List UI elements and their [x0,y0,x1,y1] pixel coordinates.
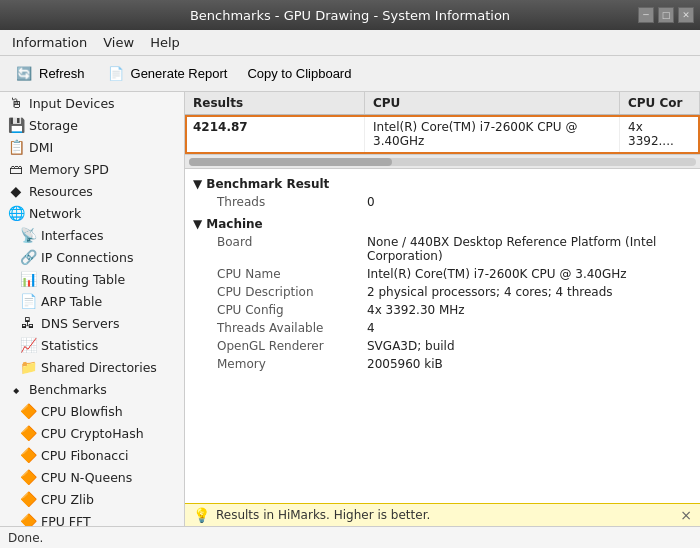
cpu-config-value: 4x 3392.30 MHz [367,303,692,317]
board-value: None / 440BX Desktop Reference Platform … [367,235,692,263]
sidebar-item-input-devices-label: Input Devices [29,96,115,111]
input-devices-icon: 🖱 [8,95,24,111]
sidebar-item-cpu-zlib[interactable]: 🔶CPU Zlib [0,488,184,510]
sidebar-item-shared-directories[interactable]: 📁Shared Directories [0,356,184,378]
sidebar-item-interfaces-label: Interfaces [41,228,103,243]
benchmarks-icon: ⬥ [8,381,24,397]
sidebar-item-dns-servers[interactable]: 🖧DNS Servers [0,312,184,334]
sidebar-item-memory-spd-label: Memory SPD [29,162,109,177]
memory-label: Memory [217,357,367,371]
refresh-button[interactable]: 🔄 Refresh [6,59,92,89]
opengl-renderer-value: SVGA3D; build [367,339,692,353]
main-layout: 🖱Input Devices💾Storage📋DMI🗃Memory SPD◆Re… [0,92,700,526]
infobar: 💡 Results in HiMarks. Higher is better. … [185,503,700,526]
sidebar-item-cpu-blowfish[interactable]: 🔶CPU Blowfish [0,400,184,422]
threads-available-value: 4 [367,321,692,335]
sidebar-item-interfaces[interactable]: 📡Interfaces [0,224,184,246]
ip-connections-icon: 🔗 [20,249,36,265]
opengl-renderer-row: OpenGL Renderer SVGA3D; build [193,337,692,355]
header-cpu-cores: CPU Cor [620,92,700,114]
cpu-name-row: CPU Name Intel(R) Core(TM) i7-2600K CPU … [193,265,692,283]
sidebar-item-ip-connections[interactable]: 🔗IP Connections [0,246,184,268]
header-cpu: CPU [365,92,620,114]
cpu-description-row: CPU Description 2 physical processors; 4… [193,283,692,301]
sidebar-item-storage[interactable]: 💾Storage [0,114,184,136]
minimize-button[interactable]: ─ [638,7,654,23]
sidebar-item-benchmarks[interactable]: ⬥Benchmarks [0,378,184,400]
interfaces-icon: 📡 [20,227,36,243]
infobar-message: Results in HiMarks. Higher is better. [216,508,430,522]
sidebar-item-statistics-label: Statistics [41,338,98,353]
generate-report-button[interactable]: 📄 Generate Report [98,59,235,89]
results-table: Results CPU CPU Cor 4214.87 Intel(R) Cor… [185,92,700,155]
scrollbar-thumb[interactable] [189,158,392,166]
memory-spd-icon: 🗃 [8,161,24,177]
details-panel: ▼ Benchmark Result Threads 0 ▼ Machine B… [185,169,700,503]
sidebar-item-resources[interactable]: ◆Resources [0,180,184,202]
sidebar-item-resources-label: Resources [29,184,93,199]
report-icon: 📄 [105,63,127,85]
cpu-fibonacci-icon: 🔶 [20,447,36,463]
threads-row: Threads 0 [193,193,692,211]
table-row[interactable]: 4214.87 Intel(R) Core(TM) i7-2600K CPU @… [185,115,700,154]
sidebar-item-cpu-cryptohash[interactable]: 🔶CPU CryptoHash [0,422,184,444]
cell-cpu-cores: 4x 3392.... [620,115,700,153]
sidebar-item-dmi[interactable]: 📋DMI [0,136,184,158]
cpu-description-value: 2 physical processors; 4 cores; 4 thread… [367,285,692,299]
titlebar: Benchmarks - GPU Drawing - System Inform… [0,0,700,30]
toolbar: 🔄 Refresh 📄 Generate Report Copy to Clip… [0,56,700,92]
infobar-close-button[interactable]: × [680,507,692,523]
close-button[interactable]: ✕ [678,7,694,23]
sidebar-item-cpu-fibonacci[interactable]: 🔶CPU Fibonacci [0,444,184,466]
board-row: Board None / 440BX Desktop Reference Pla… [193,233,692,265]
sidebar-item-routing-table[interactable]: 📊Routing Table [0,268,184,290]
refresh-icon: 🔄 [13,63,35,85]
sidebar-item-dns-servers-label: DNS Servers [41,316,119,331]
machine-section[interactable]: ▼ Machine [193,215,692,233]
sidebar-item-routing-table-label: Routing Table [41,272,125,287]
threads-available-label: Threads Available [217,321,367,335]
sidebar-item-memory-spd[interactable]: 🗃Memory SPD [0,158,184,180]
sidebar-item-cpu-zlib-label: CPU Zlib [41,492,94,507]
maximize-button[interactable]: □ [658,7,674,23]
machine-toggle-icon: ▼ [193,217,202,231]
sidebar-item-cpu-nqueens[interactable]: 🔶CPU N-Queens [0,466,184,488]
refresh-label: Refresh [39,66,85,81]
benchmark-result-toggle-icon: ▼ [193,177,202,191]
horizontal-scrollbar[interactable] [185,155,700,169]
sidebar-item-arp-table[interactable]: 📄ARP Table [0,290,184,312]
menu-information[interactable]: Information [4,33,95,52]
memory-value: 2005960 kiB [367,357,692,371]
copy-clipboard-button[interactable]: Copy to Clipboard [240,62,358,85]
sidebar-item-statistics[interactable]: 📈Statistics [0,334,184,356]
statistics-icon: 📈 [20,337,36,353]
cpu-blowfish-icon: 🔶 [20,403,36,419]
threads-label: Threads [217,195,367,209]
sidebar-item-network[interactable]: 🌐Network [0,202,184,224]
scrollbar-track [189,158,696,166]
sidebar-item-cpu-nqueens-label: CPU N-Queens [41,470,132,485]
content-area: Results CPU CPU Cor 4214.87 Intel(R) Cor… [185,92,700,526]
cpu-description-label: CPU Description [217,285,367,299]
cpu-zlib-icon: 🔶 [20,491,36,507]
dns-servers-icon: 🖧 [20,315,36,331]
sidebar-item-benchmarks-label: Benchmarks [29,382,107,397]
sidebar-item-input-devices[interactable]: 🖱Input Devices [0,92,184,114]
menu-help[interactable]: Help [142,33,188,52]
cell-results: 4214.87 [185,115,365,153]
sidebar-item-cpu-blowfish-label: CPU Blowfish [41,404,123,419]
shared-directories-icon: 📁 [20,359,36,375]
sidebar-item-fpu-fft[interactable]: 🔶FPU FFT [0,510,184,526]
benchmark-result-section[interactable]: ▼ Benchmark Result [193,175,692,193]
sidebar-item-cpu-fibonacci-label: CPU Fibonacci [41,448,129,463]
titlebar-title: Benchmarks - GPU Drawing - System Inform… [190,8,510,23]
sidebar-item-shared-directories-label: Shared Directories [41,360,157,375]
board-label: Board [217,235,367,263]
cpu-name-label: CPU Name [217,267,367,281]
menu-view[interactable]: View [95,33,142,52]
sidebar-item-cpu-cryptohash-label: CPU CryptoHash [41,426,144,441]
header-results: Results [185,92,365,114]
cpu-nqueens-icon: 🔶 [20,469,36,485]
memory-row: Memory 2005960 kiB [193,355,692,373]
sidebar-item-fpu-fft-label: FPU FFT [41,514,91,527]
